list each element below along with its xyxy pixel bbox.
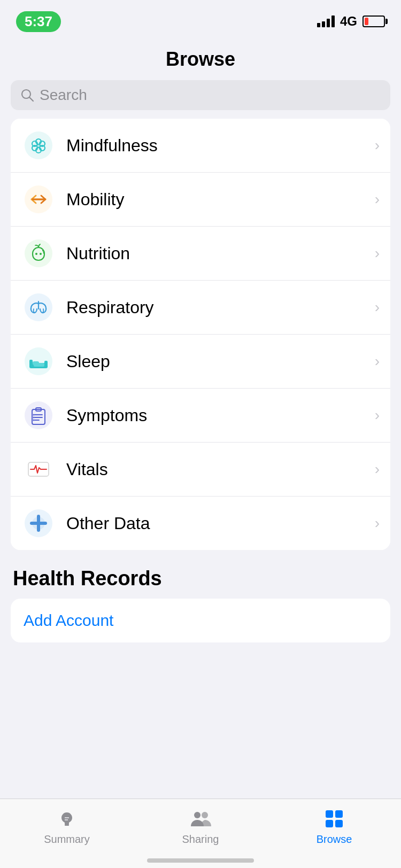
svg-rect-45 xyxy=(335,820,343,827)
svg-rect-20 xyxy=(44,361,48,367)
browse-list-card: Mindfulness › Mobility › xyxy=(11,119,390,550)
vitals-icon xyxy=(21,452,56,486)
svg-point-17 xyxy=(25,347,52,375)
sleep-icon xyxy=(21,344,56,378)
list-item-other-data[interactable]: Other Data › xyxy=(11,497,390,550)
svg-point-40 xyxy=(194,812,200,818)
other-data-label: Other Data xyxy=(66,514,375,533)
symptoms-chevron: › xyxy=(375,407,380,424)
tab-sharing[interactable]: Sharing xyxy=(134,807,267,851)
svg-rect-37 xyxy=(65,824,69,826)
sharing-tab-label: Sharing xyxy=(182,833,219,846)
svg-point-23 xyxy=(25,401,52,429)
page-header: Browse xyxy=(0,43,401,80)
nutrition-chevron: › xyxy=(375,245,380,262)
mobility-icon xyxy=(21,182,56,216)
browse-tab-label: Browse xyxy=(317,833,352,846)
tab-summary[interactable]: Summary xyxy=(0,807,134,851)
add-account-link[interactable]: Add Account xyxy=(24,611,113,629)
records-card: Add Account xyxy=(11,599,390,642)
list-item-symptoms[interactable]: Symptoms › xyxy=(11,389,390,443)
svg-point-15 xyxy=(40,253,42,255)
other-data-chevron: › xyxy=(375,515,380,532)
tab-browse[interactable]: Browse xyxy=(267,807,401,851)
summary-tab-label: Summary xyxy=(44,833,90,846)
svg-point-30 xyxy=(33,417,35,418)
respiratory-icon xyxy=(21,290,56,324)
sharing-tab-icon xyxy=(188,807,213,831)
health-records-title: Health Records xyxy=(0,550,401,599)
svg-point-9 xyxy=(37,144,40,148)
battery-fill xyxy=(365,18,368,25)
list-item-respiratory[interactable]: Respiratory › xyxy=(11,281,390,335)
svg-point-31 xyxy=(33,420,35,421)
list-item-vitals[interactable]: Vitals › xyxy=(11,443,390,497)
svg-rect-19 xyxy=(29,360,33,367)
sleep-label: Sleep xyxy=(66,352,375,371)
other-data-icon xyxy=(21,506,56,540)
svg-rect-22 xyxy=(34,363,44,367)
sleep-chevron: › xyxy=(375,353,380,370)
search-placeholder: Search xyxy=(40,87,87,104)
svg-point-29 xyxy=(33,414,35,416)
home-indicator xyxy=(147,858,254,863)
search-bar[interactable]: Search xyxy=(11,80,390,110)
nutrition-label: Nutrition xyxy=(66,244,375,264)
status-bar: 5:37 4G xyxy=(0,0,401,43)
svg-line-1 xyxy=(30,98,34,102)
browse-tab-icon xyxy=(322,807,346,831)
svg-point-41 xyxy=(202,812,208,818)
tab-bar: Summary Sharing Browse xyxy=(0,799,401,868)
svg-point-13 xyxy=(25,239,52,267)
signal-bars-icon xyxy=(317,15,335,27)
symptoms-icon xyxy=(21,398,56,432)
mindfulness-chevron: › xyxy=(375,137,380,154)
nutrition-icon xyxy=(21,236,56,270)
battery-icon xyxy=(363,15,385,27)
svg-rect-43 xyxy=(335,810,343,818)
search-container: Search xyxy=(0,80,401,119)
mindfulness-icon xyxy=(21,128,56,162)
summary-tab-icon xyxy=(55,807,79,831)
list-item-sleep[interactable]: Sleep › xyxy=(11,335,390,389)
page-title: Browse xyxy=(0,48,401,71)
svg-rect-44 xyxy=(326,820,333,827)
search-icon xyxy=(20,88,34,102)
status-right: 4G xyxy=(317,14,385,29)
respiratory-label: Respiratory xyxy=(66,298,375,317)
network-label: 4G xyxy=(340,14,357,29)
vitals-chevron: › xyxy=(375,461,380,478)
list-item-mindfulness[interactable]: Mindfulness › xyxy=(11,119,390,173)
list-item-nutrition[interactable]: Nutrition › xyxy=(11,227,390,281)
symptoms-label: Symptoms xyxy=(66,406,375,425)
status-time: 5:37 xyxy=(16,11,61,32)
svg-point-0 xyxy=(22,90,30,98)
mobility-label: Mobility xyxy=(66,190,375,210)
mobility-chevron: › xyxy=(375,191,380,208)
mindfulness-label: Mindfulness xyxy=(66,136,375,156)
vitals-label: Vitals xyxy=(66,460,375,479)
svg-point-14 xyxy=(35,253,37,255)
svg-rect-42 xyxy=(326,810,333,818)
svg-point-36 xyxy=(32,517,45,530)
list-item-mobility[interactable]: Mobility › xyxy=(11,173,390,227)
respiratory-chevron: › xyxy=(375,299,380,316)
